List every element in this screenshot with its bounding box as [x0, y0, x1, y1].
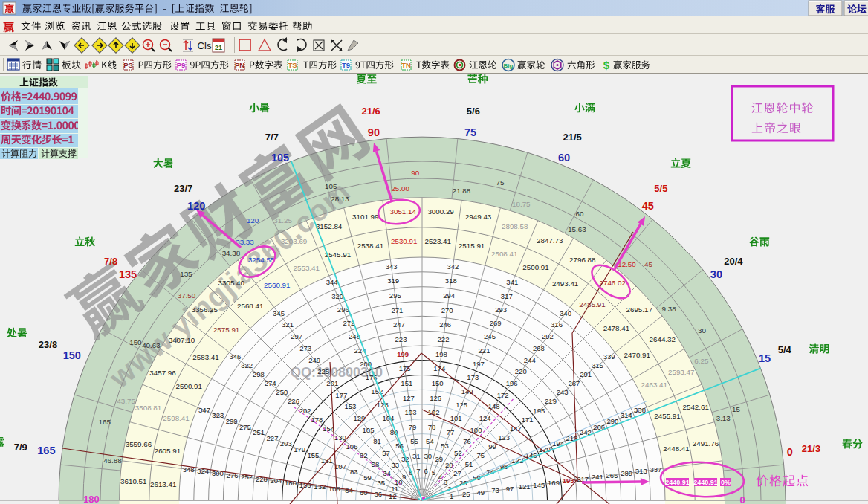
svg-text:2478.41: 2478.41 — [603, 324, 629, 332]
svg-text:2598.41: 2598.41 — [163, 414, 189, 422]
svg-text:120: 120 — [187, 200, 205, 212]
svg-text:75: 75 — [477, 451, 485, 459]
svg-text:54: 54 — [426, 437, 434, 445]
svg-text:PN: PN — [235, 61, 244, 69]
svg-text:124: 124 — [479, 414, 491, 422]
svg-text:251: 251 — [253, 428, 265, 436]
svg-text:3356.25: 3356.25 — [192, 306, 218, 314]
svg-text:2847.73: 2847.73 — [537, 236, 563, 245]
svg-text:90: 90 — [368, 126, 380, 138]
svg-text:2553.41: 2553.41 — [294, 264, 320, 272]
svg-text:$: $ — [603, 59, 610, 71]
svg-text:198: 198 — [435, 350, 447, 358]
svg-text:177: 177 — [335, 391, 347, 399]
svg-text:5/5: 5/5 — [654, 183, 667, 194]
svg-text:Cls: Cls — [198, 40, 212, 51]
svg-text:180: 180 — [285, 479, 297, 487]
svg-text:3000.29: 3000.29 — [427, 207, 453, 216]
svg-text:203: 203 — [280, 439, 292, 448]
svg-text:121: 121 — [519, 482, 531, 491]
svg-text:29: 29 — [435, 455, 444, 463]
svg-text:21.88: 21.88 — [453, 187, 471, 195]
svg-text:2523.41: 2523.41 — [425, 237, 451, 245]
svg-text:313: 313 — [635, 467, 647, 475]
svg-text:2568.41: 2568.41 — [237, 302, 263, 310]
svg-text:7: 7 — [416, 467, 420, 475]
svg-text:298: 298 — [253, 370, 265, 378]
svg-text:TS: TS — [288, 61, 297, 69]
svg-text:315: 315 — [592, 361, 603, 369]
svg-text:34: 34 — [383, 469, 391, 477]
svg-text:82: 82 — [360, 451, 368, 459]
svg-text:2493.41: 2493.41 — [552, 280, 578, 288]
svg-text:3051.14: 3051.14 — [389, 207, 416, 216]
svg-text:153: 153 — [344, 402, 356, 410]
svg-text:2593.47: 2593.47 — [668, 368, 694, 376]
svg-text:151: 151 — [401, 379, 412, 387]
svg-text:53: 53 — [441, 442, 449, 450]
svg-text:25.00: 25.00 — [391, 184, 409, 193]
svg-text:79: 79 — [409, 423, 417, 431]
svg-text:12.50: 12.50 — [618, 260, 636, 268]
svg-text:223: 223 — [395, 335, 407, 343]
svg-text:295: 295 — [389, 291, 401, 300]
svg-text:2538.41: 2538.41 — [357, 242, 383, 250]
svg-text:2605.91: 2605.91 — [155, 447, 181, 455]
svg-text:171: 171 — [522, 416, 534, 424]
svg-text:322: 322 — [241, 361, 253, 369]
svg-text:PS: PS — [123, 61, 133, 69]
svg-text:105: 105 — [363, 426, 375, 434]
svg-text:150: 150 — [129, 338, 142, 346]
svg-text:81: 81 — [373, 437, 381, 445]
svg-text:299: 299 — [226, 417, 238, 425]
svg-text:268: 268 — [533, 344, 545, 352]
svg-text:120: 120 — [247, 216, 259, 224]
svg-text:76: 76 — [463, 437, 471, 445]
svg-text:107: 107 — [334, 462, 346, 471]
svg-text:2542.61: 2542.61 — [682, 403, 708, 411]
svg-text:75: 75 — [496, 178, 505, 187]
svg-text:97: 97 — [506, 485, 514, 493]
svg-text:15.63: 15.63 — [568, 225, 586, 233]
svg-text:347: 347 — [198, 406, 210, 414]
svg-text:241: 241 — [592, 473, 603, 481]
svg-text:172: 172 — [497, 391, 509, 399]
svg-text:204: 204 — [270, 476, 282, 485]
svg-text:5/4: 5/4 — [778, 344, 792, 355]
svg-text:293: 293 — [495, 306, 507, 314]
svg-text:297: 297 — [291, 332, 302, 340]
svg-text:75: 75 — [464, 126, 476, 138]
svg-text:135: 135 — [180, 270, 192, 278]
svg-text:135: 135 — [119, 268, 137, 280]
svg-text:51: 51 — [465, 460, 473, 468]
svg-text:43.75: 43.75 — [117, 397, 135, 405]
svg-text:197: 197 — [473, 360, 485, 368]
svg-text:7/7: 7/7 — [265, 132, 279, 143]
svg-text:4: 4 — [438, 473, 442, 481]
svg-text:246: 246 — [439, 320, 451, 329]
svg-text:55: 55 — [410, 437, 418, 445]
svg-text:31.25: 31.25 — [273, 216, 292, 224]
svg-text:73: 73 — [491, 486, 499, 494]
svg-text:9.38: 9.38 — [662, 305, 677, 313]
svg-text:2746.02: 2746.02 — [599, 279, 625, 287]
svg-text:3305.40: 3305.40 — [218, 279, 245, 287]
svg-text:15: 15 — [759, 352, 771, 364]
svg-text:323: 323 — [212, 411, 224, 419]
svg-text:178: 178 — [311, 416, 323, 424]
svg-text:145: 145 — [533, 481, 545, 489]
svg-text:Big: Big — [504, 62, 514, 69]
svg-text:106: 106 — [346, 442, 358, 450]
svg-text:33: 33 — [391, 461, 399, 469]
svg-text:342: 342 — [447, 262, 459, 271]
svg-text:3254.55: 3254.55 — [248, 256, 275, 264]
svg-text:201: 201 — [326, 379, 338, 387]
svg-text:7/9: 7/9 — [14, 442, 27, 453]
svg-text:83: 83 — [350, 468, 358, 476]
svg-text:343: 343 — [386, 262, 398, 271]
svg-text:127: 127 — [403, 394, 415, 402]
svg-text:1: 1 — [450, 492, 453, 500]
svg-text:222: 222 — [438, 335, 450, 343]
svg-text:45: 45 — [644, 260, 652, 268]
svg-text:317: 317 — [501, 292, 513, 300]
